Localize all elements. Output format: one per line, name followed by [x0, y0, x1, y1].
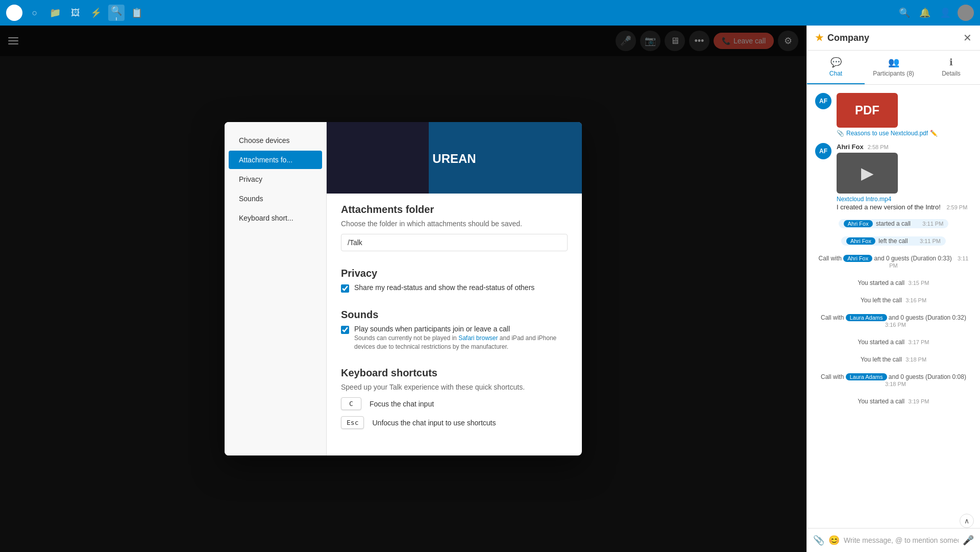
chat-messages: AF PDF 📎 Reasons to use Nextcloud.pdf ✏️… [807, 85, 980, 512]
list-item: You started a call 3:19 PM [815, 396, 972, 407]
tab-details[interactable]: ℹ Details [922, 51, 980, 84]
tab-participants[interactable]: 👥 Participants (8) [865, 51, 922, 84]
pdf-filename[interactable]: 📎 Reasons to use Nextcloud.pdf ✏️ [837, 130, 972, 137]
attachments-description: Choose the folder in which attachments s… [341, 220, 568, 228]
list-item: Ahri Fox left the call 3:11 PM [815, 235, 972, 247]
chat-header-title: ★ Company [815, 32, 869, 43]
attach-icon[interactable]: 📎 [813, 535, 824, 546]
star-icon: ★ [815, 32, 823, 43]
sidebar-item-keyboard-shortcuts[interactable]: Keyboard short... [229, 209, 322, 227]
chat-header: ★ Company ✕ [807, 26, 980, 51]
list-item: AF Ahri Fox 2:58 PM ▶ Nextcloud Intro.mp… [815, 143, 972, 212]
chat-sidebar: ★ Company ✕ 💬 Chat 👥 Participants (8) ℹ … [806, 26, 980, 552]
tab-chat[interactable]: 💬 Chat [807, 51, 865, 84]
shortcut-row-esc: Esc Unfocus the chat input to use shortc… [341, 416, 568, 429]
shortcut-row-c: C Focus the chat input [341, 397, 568, 410]
scroll-up-button[interactable]: ∧ [960, 514, 974, 528]
list-item: Call with Ahri Fox and 0 guests (Duratio… [815, 253, 972, 271]
video-call-area: 🎤 📷 🖥 ••• 📞 Leave call ⚙ Choose devices … [0, 26, 806, 552]
shortcut-key-c: C [341, 397, 361, 410]
nav-files-icon[interactable]: 📁 [47, 5, 63, 21]
settings-modal-overlay: Choose devices Attachments fo... Privacy… [0, 26, 806, 552]
avatar: AF [815, 143, 831, 159]
list-item: Ahri Fox started a call 3:11 PM [815, 218, 972, 229]
list-item: You started a call 3:15 PM [815, 277, 972, 289]
top-bar-right-section: 🔍 🔔 👤 [896, 5, 974, 21]
modal-content: UREAN Attachments folder Choose the fold… [327, 122, 582, 456]
keyboard-shortcuts-description: Speed up your Talk experience with these… [341, 383, 568, 391]
list-item: You started a call 3:17 PM [815, 337, 972, 348]
folder-path-input[interactable] [341, 234, 568, 251]
chat-close-button[interactable]: ✕ [963, 32, 972, 44]
participants-tab-icon: 👥 [888, 57, 899, 68]
read-status-checkbox[interactable] [341, 284, 349, 293]
chat-tab-icon: 💬 [830, 57, 842, 68]
sounds-checkbox[interactable] [341, 326, 349, 334]
avatar: AF [815, 93, 831, 109]
top-navigation-bar: ○ 📁 🖼 ⚡ 🔍 📋 🔍 🔔 👤 [0, 0, 980, 26]
keyboard-shortcuts-title: Keyboard shortcuts [341, 367, 568, 379]
contacts-button[interactable]: 👤 [937, 5, 953, 21]
attachments-folder-section: Attachments folder Choose the folder in … [341, 204, 568, 251]
list-item: Call with Laura Adams and 0 guests (Dura… [815, 312, 972, 330]
nav-home-icon[interactable]: ○ [27, 5, 43, 21]
sounds-title: Sounds [341, 309, 568, 321]
settings-modal: Choose devices Attachments fo... Privacy… [225, 122, 582, 456]
list-item: AF PDF 📎 Reasons to use Nextcloud.pdf ✏️ [815, 93, 972, 137]
search-button[interactable]: 🔍 [896, 5, 913, 21]
keyboard-shortcuts-section: Keyboard shortcuts Speed up your Talk ex… [341, 367, 568, 429]
sounds-label-group: Play sounds when participants join or le… [354, 325, 568, 351]
nav-activity-icon[interactable]: ⚡ [88, 5, 104, 21]
emoji-icon[interactable]: 😊 [828, 535, 840, 546]
shortcut-key-esc: Esc [341, 416, 364, 429]
nav-search-icon[interactable]: 🔍 [108, 5, 125, 21]
scroll-up-container: ∧ [807, 512, 980, 528]
chat-input-area: 📎 😊 🎤 [807, 528, 980, 552]
privacy-title: Privacy [341, 268, 568, 279]
message-content: Ahri Fox 2:58 PM ▶ Nextcloud Intro.mp4 I… [837, 143, 972, 212]
sidebar-item-sounds[interactable]: Sounds [229, 189, 322, 208]
details-tab-icon: ℹ [949, 57, 953, 68]
message-header: Ahri Fox 2:58 PM [837, 143, 972, 151]
video-filename[interactable]: Nextcloud Intro.mp4 [837, 196, 972, 203]
sidebar-item-choose-devices[interactable]: Choose devices [229, 131, 322, 150]
modal-sidebar: Choose devices Attachments fo... Privacy… [225, 122, 327, 456]
scroll-controls: ∧ [807, 512, 980, 528]
sidebar-item-privacy[interactable]: Privacy [229, 170, 322, 188]
app-logo[interactable] [6, 5, 22, 21]
read-status-label: Share my read-status and show the read-s… [354, 283, 534, 292]
pdf-attachment: PDF [837, 93, 898, 128]
nav-apps-icon[interactable]: 📋 [129, 5, 145, 21]
nav-photos-icon[interactable]: 🖼 [67, 5, 84, 21]
video-preview: UREAN [327, 122, 582, 194]
sidebar-item-attachments-folder[interactable]: Attachments fo... [229, 151, 322, 169]
main-area: 🎤 📷 🖥 ••• 📞 Leave call ⚙ Choose devices … [0, 26, 980, 552]
list-item: You left the call 3:18 PM [815, 354, 972, 365]
notifications-button[interactable]: 🔔 [917, 5, 933, 21]
sounds-section: Sounds Play sounds when participants joi… [341, 309, 568, 351]
play-icon: ▶ [861, 163, 874, 183]
microphone-icon[interactable]: 🎤 [963, 535, 974, 546]
svg-text:UREAN: UREAN [432, 152, 476, 165]
list-item: Call with Laura Adams and 0 guests (Dura… [815, 371, 972, 390]
video-attachment[interactable]: ▶ [837, 153, 898, 194]
chat-tabs: 💬 Chat 👥 Participants (8) ℹ Details [807, 51, 980, 85]
modal-body: Attachments folder Choose the folder in … [327, 194, 582, 456]
read-status-checkbox-row: Share my read-status and show the read-s… [341, 283, 568, 293]
svg-point-2 [12, 11, 16, 15]
chat-message-input[interactable] [844, 536, 959, 544]
attachments-title: Attachments folder [341, 204, 568, 215]
user-avatar[interactable] [958, 5, 974, 21]
message-content: PDF 📎 Reasons to use Nextcloud.pdf ✏️ [837, 93, 972, 137]
sounds-checkbox-row: Play sounds when participants join or le… [341, 325, 568, 351]
list-item: You left the call 3:16 PM [815, 295, 972, 306]
shortcut-desc-c: Focus the chat input [370, 400, 434, 408]
privacy-section: Privacy Share my read-status and show th… [341, 268, 568, 293]
shortcut-desc-esc: Unfocus the chat input to use shortcuts [372, 419, 496, 427]
